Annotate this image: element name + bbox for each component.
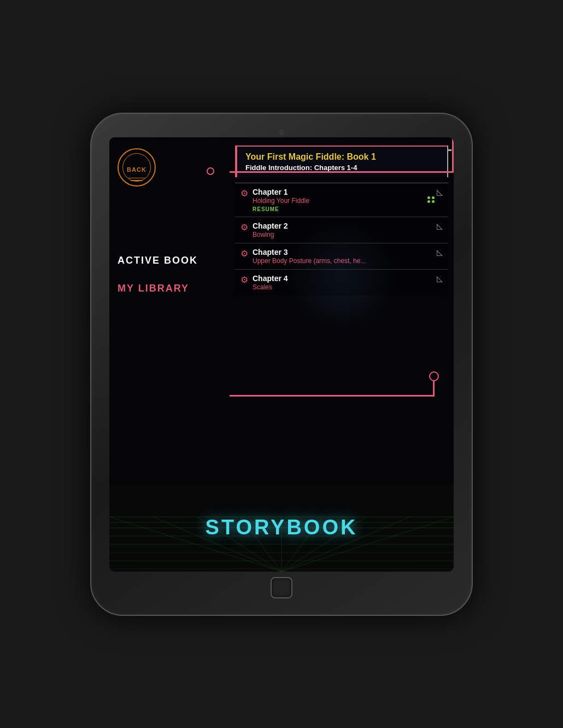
- back-decoration: [126, 178, 148, 181]
- pipe-right-vertical: [452, 137, 454, 173]
- chapter-3-subtitle: Upper Body Posture (arms, chest, he...: [253, 257, 366, 265]
- chapter-1-resume: RESUME: [253, 206, 309, 212]
- chapter-1-subtitle: Holding Your Fiddle: [253, 197, 309, 205]
- chapter-3-name: Chapter 3: [253, 248, 366, 257]
- book-subtitle: Fiddle Introduction: Chapters 1-4: [245, 164, 439, 172]
- pdot-2: [432, 196, 435, 199]
- progress-row-2: [427, 200, 435, 203]
- content-area: BACK ACTIVE BOOK MY LIBRARY: [109, 137, 454, 484]
- chapter-item-2[interactable]: ⚙ Chapter 2 Bowing ◺: [235, 217, 448, 243]
- top-left-connector: [207, 167, 214, 175]
- sidebar-item-active-book[interactable]: ACTIVE BOOK: [118, 252, 221, 269]
- chapter-4-subtitle: Scales: [253, 283, 288, 291]
- tablet-device: BACK ACTIVE BOOK MY LIBRARY: [90, 113, 473, 616]
- chapter-item-4[interactable]: ⚙ Chapter 4 Scales ◺: [235, 269, 448, 295]
- chapter-item-1[interactable]: ⚙ Chapter 1 Holding Your Fiddle RESUME: [235, 183, 448, 217]
- camera-dot: [279, 130, 284, 135]
- chapter-1-left: ⚙ Chapter 1 Holding Your Fiddle RESUME: [241, 188, 432, 212]
- chapter-4-corner: ◺: [437, 274, 443, 283]
- chapter-2-subtitle: Bowing: [253, 231, 288, 238]
- chapter-2-left: ⚙ Chapter 2 Bowing: [241, 222, 432, 238]
- pipe-bottom-horizontal: [210, 395, 435, 397]
- back-button[interactable]: BACK: [118, 148, 156, 187]
- home-button[interactable]: [271, 577, 292, 598]
- pipe-top-horizontal: [214, 171, 454, 173]
- chapter-2-text: Chapter 2 Bowing: [253, 222, 288, 238]
- chapter-3-icon: ⚙: [241, 248, 248, 259]
- pdot-1: [427, 196, 430, 199]
- chapter-3-text: Chapter 3 Upper Body Posture (arms, ches…: [253, 248, 366, 265]
- chapter-2-icon: ⚙: [241, 222, 248, 232]
- camera-area: [279, 130, 284, 135]
- back-label: BACK: [127, 166, 146, 173]
- tablet-screen: BACK ACTIVE BOOK MY LIBRARY: [109, 137, 454, 572]
- chapter-list: ⚙ Chapter 1 Holding Your Fiddle RESUME: [235, 183, 448, 295]
- storybook-title: STORYBOOK: [206, 516, 358, 539]
- chapter-3-corner: ◺: [437, 248, 443, 257]
- chapter-1-text: Chapter 1 Holding Your Fiddle RESUME: [253, 188, 309, 212]
- chapter-4-icon: ⚙: [241, 275, 248, 285]
- chapter-4-name: Chapter 4: [253, 274, 288, 283]
- chapter-3-left: ⚙ Chapter 3 Upper Body Posture (arms, ch…: [241, 248, 432, 265]
- pdot-4: [432, 200, 435, 203]
- back-line-1: [128, 178, 145, 179]
- pdot-3: [427, 200, 430, 203]
- chapter-4-text: Chapter 4 Scales: [253, 274, 288, 291]
- chapter-2-corner: ◺: [437, 222, 443, 230]
- book-title: Your First Magic Fiddle: Book 1: [245, 152, 439, 162]
- chapter-item-3[interactable]: ⚙ Chapter 3 Upper Body Posture (arms, ch…: [235, 243, 448, 269]
- chapter-1-icon: ⚙: [241, 188, 248, 199]
- progress-row-1: [427, 196, 435, 199]
- sidebar-item-my-library[interactable]: MY LIBRARY: [118, 280, 221, 297]
- sidebar-nav: ACTIVE BOOK MY LIBRARY: [118, 252, 221, 308]
- chapter-1-name: Chapter 1: [253, 188, 309, 196]
- chapter-4-left: ⚙ Chapter 4 Scales: [241, 274, 432, 291]
- chapter-1-corner: ◺: [437, 188, 443, 196]
- chapter-2-name: Chapter 2: [253, 222, 288, 230]
- chapter-1-progress: [427, 196, 435, 203]
- back-line-2: [131, 180, 143, 181]
- sidebar: BACK ACTIVE BOOK MY LIBRARY: [109, 137, 230, 484]
- storybook-section[interactable]: STORYBOOK: [109, 484, 454, 572]
- main-content: Your First Magic Fiddle: Book 1 Fiddle I…: [230, 137, 454, 484]
